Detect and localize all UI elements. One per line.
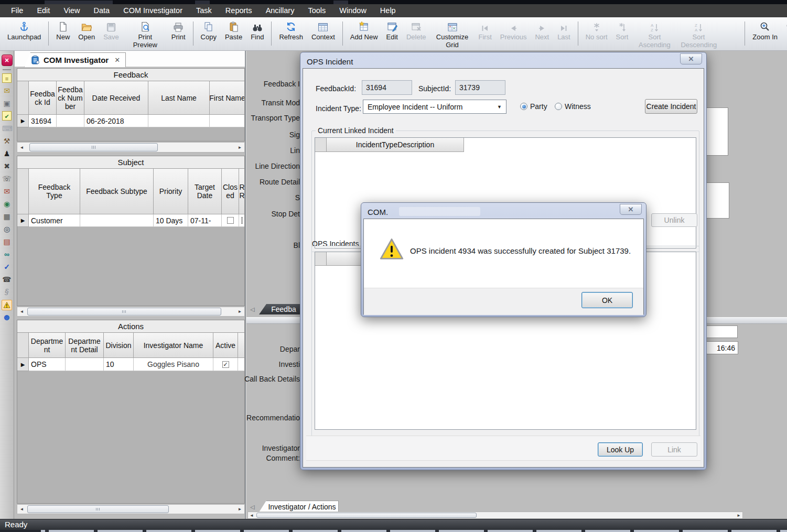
edit-button[interactable]: Edit: [382, 19, 402, 41]
scroll-left-icon[interactable]: ◄: [17, 143, 26, 152]
table-row[interactable]: ▶ 31694 06-26-2018: [17, 115, 244, 127]
scrollbar-thumb[interactable]: [27, 308, 221, 316]
message-box-titlebar[interactable]: COM. ✕: [363, 205, 644, 219]
scroll-right-icon[interactable]: ►: [235, 505, 244, 514]
partial-checkbox[interactable]: [241, 217, 243, 224]
menu-window[interactable]: Window: [332, 4, 373, 17]
party-radio[interactable]: Party: [520, 102, 547, 111]
column-header[interactable]: Last Name: [148, 81, 210, 115]
zoom-in-button[interactable]: Zoom In: [748, 19, 782, 41]
menu-help[interactable]: Help: [373, 4, 403, 17]
fax-icon[interactable]: ☏: [2, 174, 12, 183]
column-header[interactable]: Feedback Subtype: [80, 169, 154, 214]
find-button[interactable]: Find: [246, 19, 268, 41]
column-header[interactable]: Department Detail: [66, 333, 104, 358]
customize-grid-button[interactable]: Customize Grid: [430, 19, 475, 49]
print-icon[interactable]: ▦: [2, 212, 12, 221]
phone-icon[interactable]: ☎: [2, 275, 12, 284]
scroll-right-icon[interactable]: ►: [235, 143, 244, 152]
column-header[interactable]: Investigator Name: [134, 333, 213, 358]
column-header[interactable]: Target Date: [188, 169, 222, 214]
warning-icon[interactable]: [2, 300, 12, 310]
column-header[interactable]: Feedback Id: [29, 81, 57, 115]
print-preview-button[interactable]: Print Preview: [123, 19, 167, 49]
print-button[interactable]: Print: [167, 19, 190, 41]
collapse-arrow-icon[interactable]: ◁: [250, 306, 254, 313]
column-header[interactable]: Priority: [154, 169, 188, 214]
dialog-titlebar[interactable]: OPS Incident ✕: [303, 55, 704, 68]
compose-mail-icon[interactable]: ✉: [2, 86, 12, 95]
scroll-left-icon[interactable]: ◄: [17, 505, 26, 514]
tab-com-investigator[interactable]: COM Investigator ✕: [24, 52, 126, 67]
column-header[interactable]: Division: [104, 333, 134, 358]
glasses-icon[interactable]: ∞: [2, 249, 12, 259]
column-header[interactable]: First Name: [210, 81, 245, 115]
add-new-button[interactable]: Add New: [346, 19, 382, 41]
refresh-button[interactable]: Refresh: [275, 19, 307, 41]
menu-reports[interactable]: Reports: [219, 4, 259, 17]
scroll-right-icon[interactable]: ►: [735, 512, 742, 518]
launchpad-button[interactable]: Launchpad: [3, 19, 45, 41]
menu-com-investigator[interactable]: COM Investigator: [116, 4, 189, 17]
tools-icon[interactable]: ⚒: [2, 136, 12, 146]
create-incident-button[interactable]: Create Incident: [645, 99, 697, 114]
dialog-close-button[interactable]: ✕: [680, 53, 702, 64]
column-header[interactable]: Feedback Number: [57, 81, 84, 115]
context-button[interactable]: Context: [307, 19, 339, 41]
ok-button[interactable]: OK: [581, 292, 633, 308]
witness-radio[interactable]: Witness: [555, 102, 591, 111]
message-box-close-button[interactable]: ✕: [620, 204, 642, 215]
approve-check-icon[interactable]: ✔: [2, 111, 12, 121]
incident-type-dropdown[interactable]: Employee Incident -- Uniform ▼: [363, 100, 506, 114]
new-button[interactable]: New: [52, 19, 74, 41]
scroll-left-icon[interactable]: ◄: [248, 512, 255, 518]
column-header[interactable]: Date Received: [84, 81, 148, 115]
column-header[interactable]: Feedback Type: [29, 169, 80, 214]
menu-edit[interactable]: Edit: [30, 4, 57, 17]
menu-ancillary[interactable]: Ancillary: [259, 4, 301, 17]
new-note-icon[interactable]: ≡: [2, 73, 12, 83]
subjectid-input[interactable]: 31739: [455, 80, 505, 95]
close-window-button[interactable]: ✕: [2, 55, 13, 66]
active-checkbox[interactable]: ✓: [222, 361, 229, 368]
copy-button[interactable]: Copy: [197, 19, 221, 41]
table-row[interactable]: ▶ Customer 10 Days 07-11-: [17, 214, 244, 227]
subject-grid-hscrollbar[interactable]: ◄ ►: [17, 307, 245, 317]
collapse-arrow-icon[interactable]: ◁: [250, 504, 254, 511]
alert-doc-icon[interactable]: ▤: [2, 237, 12, 246]
web-doc-icon[interactable]: ◉: [2, 199, 12, 209]
delete-x-icon[interactable]: ✖: [2, 161, 12, 171]
paste-button[interactable]: Paste: [221, 19, 246, 41]
time-field[interactable]: 16:46: [705, 341, 738, 354]
column-header[interactable]: Closed: [222, 169, 239, 214]
tab-feedback-partial[interactable]: Feedba: [259, 304, 300, 314]
scrollbar-thumb[interactable]: [29, 143, 158, 151]
look-up-button[interactable]: Look Up: [598, 442, 643, 457]
open-button[interactable]: Open: [74, 19, 99, 41]
tab-close-icon[interactable]: ✕: [112, 56, 120, 64]
menu-file[interactable]: File: [4, 4, 30, 17]
menu-task[interactable]: Task: [189, 4, 219, 17]
copy-pages-icon[interactable]: ▣: [2, 99, 12, 108]
actions-grid-hscrollbar[interactable]: ◄ ►: [17, 504, 245, 514]
column-header[interactable]: Department: [29, 333, 66, 358]
table-row[interactable]: ▶ OPS 10 Goggles Pisano ✓: [17, 358, 244, 371]
feedbackid-input[interactable]: 31694: [362, 80, 412, 95]
scrollbar-thumb[interactable]: [256, 513, 477, 518]
zoom-out-button[interactable]: Zo: [782, 19, 787, 41]
paperclip-icon[interactable]: §: [2, 287, 12, 297]
tab-investigator-actions[interactable]: Investigator / Actions: [259, 501, 339, 512]
column-header[interactable]: R R: [239, 169, 245, 214]
search-doc-icon[interactable]: ◎: [2, 224, 12, 234]
stamp-icon[interactable]: ♟: [2, 149, 12, 158]
scroll-right-icon[interactable]: ►: [235, 307, 244, 316]
column-header[interactable]: IncidentTypeDescription: [327, 138, 464, 152]
scrollbar-thumb[interactable]: [27, 505, 169, 513]
spellcheck-icon[interactable]: ✓: [2, 262, 12, 272]
feedback-grid-hscrollbar[interactable]: ◄ ►: [17, 142, 245, 153]
receive-mail-icon[interactable]: ✉: [2, 187, 12, 196]
closed-checkbox[interactable]: [227, 217, 234, 224]
form-field[interactable]: [705, 325, 738, 338]
form-hscrollbar[interactable]: ◄ ►: [247, 512, 743, 519]
column-header[interactable]: Active: [213, 333, 238, 358]
